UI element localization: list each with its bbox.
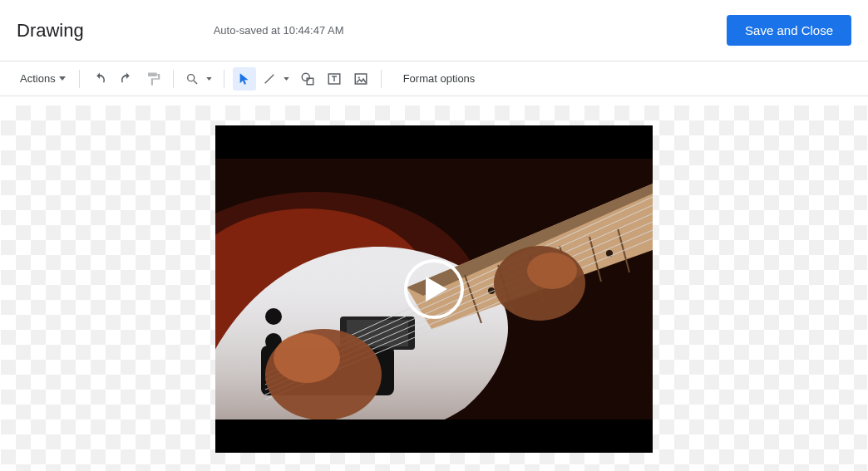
select-tool-button[interactable] [233,67,256,91]
autosave-status: Auto-saved at 10:44:47 AM [214,24,344,37]
svg-point-3 [302,73,309,81]
dialog-header: Drawing Auto-saved at 10:44:47 AM Save a… [0,0,868,61]
svg-line-2 [264,74,274,83]
shape-icon [300,71,315,86]
text-box-icon [327,71,342,86]
text-box-button[interactable] [323,67,346,91]
shape-tool-button[interactable] [296,67,319,91]
actions-label: Actions [20,72,56,85]
separator [381,70,382,88]
line-tool-button[interactable] [259,67,293,91]
svg-point-35 [527,253,577,289]
video-object[interactable] [215,125,653,453]
caret-down-icon [284,77,289,81]
play-button[interactable] [404,259,464,319]
save-and-close-button[interactable]: Save and Close [727,15,851,46]
svg-point-0 [187,74,194,81]
zoom-button[interactable] [182,67,215,91]
svg-line-1 [194,81,197,84]
separator [173,70,174,88]
svg-point-7 [358,76,359,78]
redo-icon [119,71,134,86]
svg-rect-37 [215,419,653,453]
svg-rect-36 [215,125,653,159]
format-options-button[interactable]: Format options [398,69,481,88]
actions-menu-button[interactable]: Actions [15,69,71,88]
paint-format-icon [145,71,160,86]
toolbar: Actions Format options [0,61,868,96]
caret-down-icon [206,77,212,81]
svg-point-15 [265,308,282,325]
line-icon [263,72,276,86]
svg-point-33 [274,333,340,383]
image-icon [353,71,368,86]
drawing-canvas[interactable] [1,105,867,471]
undo-button[interactable] [88,67,111,91]
play-icon [426,277,447,302]
caret-down-icon [59,76,66,81]
image-button[interactable] [349,67,372,91]
redo-button[interactable] [115,67,138,91]
separator [224,70,224,88]
zoom-icon [185,72,199,86]
undo-icon [92,71,107,86]
select-icon [238,72,251,86]
separator [79,70,80,88]
dialog-title: Drawing [17,20,84,42]
paint-format-button[interactable] [141,67,165,91]
svg-rect-4 [307,78,313,85]
